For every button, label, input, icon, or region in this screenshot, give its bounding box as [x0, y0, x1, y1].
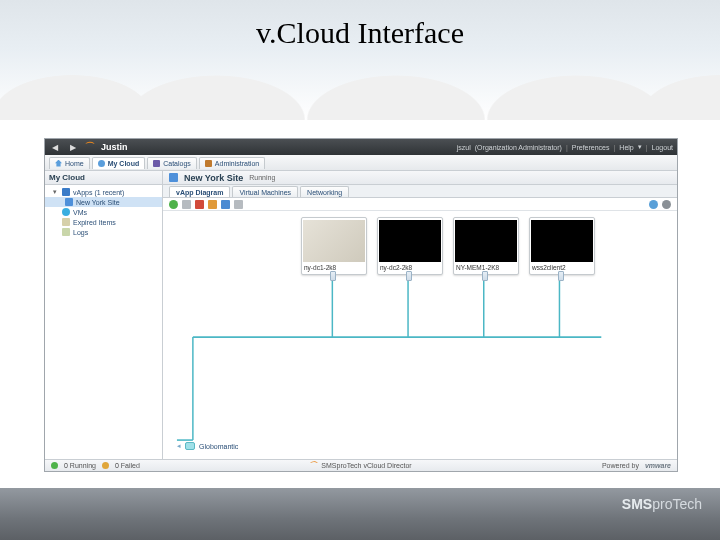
subtab-label: Virtual Machines	[239, 189, 291, 196]
vm-row: ny-dc1-2k8 ny-dc2-2k8 NY-MEM1-2K8 wss2cl…	[301, 217, 595, 275]
power-off-icon[interactable]	[195, 200, 204, 209]
sidebar-item-label: Logs	[73, 229, 88, 236]
user-label: jszul	[457, 144, 471, 151]
reset-icon[interactable]	[208, 200, 217, 209]
chevron-left-icon: ◂	[177, 442, 181, 450]
user-role: (Organization Administrator)	[475, 144, 562, 151]
vapps-icon	[62, 188, 70, 196]
tab-catalogs[interactable]: Catalogs	[147, 157, 197, 169]
tab-label: Catalogs	[163, 160, 191, 167]
footer-logo-icon: ⌒	[310, 460, 318, 471]
logout-link[interactable]: Logout	[652, 144, 673, 151]
nic-icon	[330, 271, 336, 281]
vapp-icon	[65, 198, 73, 206]
running-count[interactable]: 0 Running	[64, 462, 96, 469]
power-on-icon[interactable]	[169, 200, 178, 209]
failed-count[interactable]: 0 Failed	[115, 462, 140, 469]
nic-icon	[482, 271, 488, 281]
preferences-link[interactable]: Preferences	[572, 144, 610, 151]
page-footer: SMSproTech	[0, 488, 720, 540]
vmware-logo: vmware	[645, 462, 671, 469]
vm-icon	[62, 208, 70, 216]
subtab-virtual-machines[interactable]: Virtual Machines	[232, 186, 298, 197]
brand-a: SMS	[622, 496, 652, 512]
main-header: New York Site Running	[163, 171, 677, 185]
network-icon	[185, 442, 195, 450]
page-title: New York Site	[184, 173, 243, 183]
home-icon	[55, 160, 62, 167]
vm-card-wss2client2[interactable]: wss2client2	[529, 217, 595, 275]
topbar: ◀ ▶ ⌒ Justin jszul (Organization Adminis…	[45, 139, 677, 155]
sidebar-item-label: VMs	[73, 209, 87, 216]
nav-back-button[interactable]: ◀	[49, 141, 61, 153]
refresh-icon[interactable]	[649, 200, 658, 209]
diagram-canvas: ny-dc1-2k8 ny-dc2-2k8 NY-MEM1-2K8 wss2cl…	[163, 211, 677, 459]
catalog-icon	[153, 160, 160, 167]
subtab-networking[interactable]: Networking	[300, 186, 349, 197]
pause-icon[interactable]	[182, 200, 191, 209]
primary-tabstrip: Home My Cloud Catalogs Administration	[45, 155, 677, 171]
slide-title: v.Cloud Interface	[0, 0, 720, 50]
vm-card-ny-mem1[interactable]: NY-MEM1-2K8	[453, 217, 519, 275]
brand-label: Justin	[101, 142, 128, 152]
brand-b: proTech	[652, 496, 702, 512]
powered-by-label: Powered by	[602, 462, 639, 469]
vapp-header-icon	[169, 173, 178, 182]
subtab-strip: vApp Diagram Virtual Machines Networking	[163, 185, 677, 198]
sidebar: My Cloud ▾ vApps (1 recent) New York Sit…	[45, 171, 163, 459]
admin-icon	[205, 160, 212, 167]
tab-label: Administration	[215, 160, 259, 167]
tab-label: My Cloud	[108, 160, 140, 167]
cloud-icon	[98, 160, 105, 167]
nic-icon	[558, 271, 564, 281]
subtab-label: vApp Diagram	[176, 189, 223, 196]
logs-icon	[62, 228, 70, 236]
vm-card-ny-dc2[interactable]: ny-dc2-2k8	[377, 217, 443, 275]
sidebar-item-label: vApps (1 recent)	[73, 189, 124, 196]
expired-icon	[62, 218, 70, 226]
subtab-vapp-diagram[interactable]: vApp Diagram	[169, 186, 230, 197]
sidebar-item-vms[interactable]: VMs	[45, 207, 162, 217]
diagram-toolbar	[163, 198, 677, 211]
logo-icon: ⌒	[85, 140, 95, 154]
suspend-icon[interactable]	[221, 200, 230, 209]
network-node[interactable]: ◂ Globomantic	[177, 442, 238, 450]
tab-label: Home	[65, 160, 84, 167]
more-icon[interactable]	[234, 200, 243, 209]
nic-icon	[406, 271, 412, 281]
expand-icon[interactable]: ▾	[53, 188, 59, 196]
sidebar-title: My Cloud	[45, 171, 162, 185]
status-bar: 0 Running 0 Failed ⌒ SMSproTech vCloud D…	[45, 459, 677, 471]
product-label: SMSproTech vCloud Director	[321, 462, 411, 469]
running-dot-icon	[51, 462, 58, 469]
subtab-label: Networking	[307, 189, 342, 196]
sidebar-item-expired[interactable]: Expired Items	[45, 217, 162, 227]
brandmark: SMSproTech	[622, 496, 702, 512]
main-panel: New York Site Running vApp Diagram Virtu…	[163, 171, 677, 459]
vm-thumbnail	[379, 220, 441, 262]
vm-thumbnail	[455, 220, 517, 262]
vcloud-app: ◀ ▶ ⌒ Justin jszul (Organization Adminis…	[44, 138, 678, 472]
sidebar-tree: ▾ vApps (1 recent) New York Site VMs Exp	[45, 185, 162, 239]
sidebar-item-logs[interactable]: Logs	[45, 227, 162, 237]
status-label: Running	[249, 174, 275, 181]
tab-my-cloud[interactable]: My Cloud	[92, 157, 146, 169]
settings-icon[interactable]	[662, 200, 671, 209]
vm-thumbnail	[531, 220, 593, 262]
tab-home[interactable]: Home	[49, 157, 90, 169]
sidebar-item-vapps[interactable]: ▾ vApps (1 recent)	[45, 187, 162, 197]
sidebar-item-label: Expired Items	[73, 219, 116, 226]
tab-administration[interactable]: Administration	[199, 157, 265, 169]
vm-card-ny-dc1[interactable]: ny-dc1-2k8	[301, 217, 367, 275]
failed-dot-icon	[102, 462, 109, 469]
nav-forward-button[interactable]: ▶	[67, 141, 79, 153]
sidebar-item-new-york-site[interactable]: New York Site	[45, 197, 162, 207]
sidebar-item-label: New York Site	[76, 199, 120, 206]
network-label: Globomantic	[199, 443, 238, 450]
vm-thumbnail	[303, 220, 365, 262]
help-link[interactable]: Help	[619, 144, 633, 151]
